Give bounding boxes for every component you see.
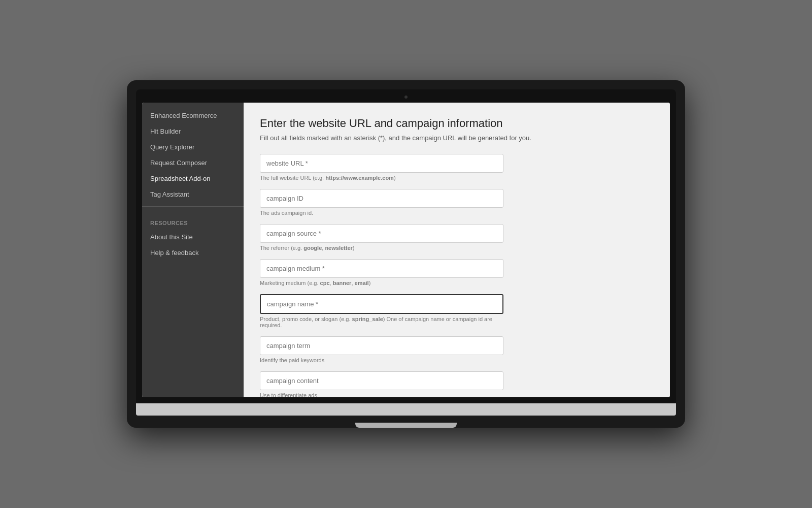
laptop-base — [136, 416, 676, 428]
campaign-id-hint: The ads campaign id. — [260, 210, 503, 216]
campaign-name-hint: Product, promo code, or slogan (e.g. spr… — [260, 316, 503, 328]
campaign-term-hint: Identify the paid keywords — [260, 357, 503, 363]
sidebar-item-help-feedback[interactable]: Help & feedback — [142, 245, 244, 261]
medium-hint-email: email — [355, 280, 369, 286]
campaign-name-input[interactable] — [260, 294, 503, 314]
campaign-content-input[interactable] — [260, 371, 503, 390]
campaign-source-input[interactable] — [260, 224, 503, 243]
laptop-screen: Enhanced Ecommerce Hit Builder Query Exp… — [142, 103, 670, 397]
form-group-campaign-content: Use to differentiate ads — [260, 371, 654, 397]
sidebar-item-tag-assistant[interactable]: Tag Assistant — [142, 186, 244, 202]
sidebar: Enhanced Ecommerce Hit Builder Query Exp… — [142, 103, 244, 397]
screen-bezel: Enhanced Ecommerce Hit Builder Query Exp… — [136, 89, 676, 403]
page-subtitle: Fill out all fields marked with an aster… — [260, 134, 654, 142]
form-group-campaign-id: The ads campaign id. — [260, 189, 654, 216]
campaign-source-hint-google: google — [303, 245, 322, 251]
page-title: Enter the website URL and campaign infor… — [260, 117, 654, 130]
sidebar-item-request-composer[interactable]: Request Composer — [142, 155, 244, 171]
main-content: Enter the website URL and campaign infor… — [244, 103, 670, 397]
sidebar-item-query-explorer[interactable]: Query Explorer — [142, 139, 244, 155]
campaign-medium-hint: Marketing medium (e.g. cpc, banner, emai… — [260, 280, 503, 286]
website-url-hint-bold: https://www.example.com — [325, 175, 394, 181]
form-group-campaign-medium: Marketing medium (e.g. cpc, banner, emai… — [260, 259, 654, 286]
form-group-website-url: The full website URL (e.g. https://www.e… — [260, 154, 654, 181]
camera-dot — [404, 96, 408, 99]
campaign-id-input[interactable] — [260, 189, 503, 208]
laptop-foot — [355, 423, 457, 428]
form-group-campaign-name: Product, promo code, or slogan (e.g. spr… — [260, 294, 654, 328]
sidebar-item-about-this-site[interactable]: About this Site — [142, 229, 244, 245]
laptop-bottom — [136, 403, 676, 416]
form-group-campaign-source: The referrer (e.g. google, newsletter) — [260, 224, 654, 251]
sidebar-item-spreadsheet-addon[interactable]: Spreadsheet Add-on — [142, 171, 244, 186]
resources-section-label: Resources — [142, 211, 244, 229]
sidebar-item-enhanced-ecommerce[interactable]: Enhanced Ecommerce — [142, 108, 244, 123]
campaign-source-hint-newsletter: newsletter — [325, 245, 352, 251]
campaign-name-hint-bold: spring_sale — [352, 316, 383, 322]
campaign-source-hint: The referrer (e.g. google, newsletter) — [260, 245, 503, 251]
website-url-hint: The full website URL (e.g. https://www.e… — [260, 175, 503, 181]
campaign-term-input[interactable] — [260, 336, 503, 355]
form-group-campaign-term: Identify the paid keywords — [260, 336, 654, 363]
laptop-frame: Enhanced Ecommerce Hit Builder Query Exp… — [127, 80, 685, 428]
sidebar-item-hit-builder[interactable]: Hit Builder — [142, 123, 244, 139]
medium-hint-cpc: cpc — [320, 280, 330, 286]
medium-hint-banner: banner — [333, 280, 352, 286]
website-url-input[interactable] — [260, 154, 503, 173]
campaign-content-hint: Use to differentiate ads — [260, 392, 503, 397]
campaign-medium-input[interactable] — [260, 259, 503, 278]
sidebar-divider — [142, 206, 244, 207]
